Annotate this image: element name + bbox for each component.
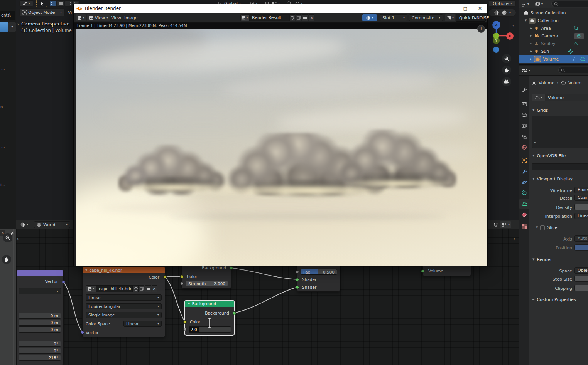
bg2-strength-edit-value[interactable]: 2.0 xyxy=(189,327,199,332)
outliner-row-area[interactable]: ► Area xyxy=(519,24,588,32)
corner-pan-button[interactable] xyxy=(2,255,11,264)
env-color-output-socket[interactable] xyxy=(163,275,167,279)
output-volume-input-socket[interactable] xyxy=(421,269,424,273)
tab-constraints[interactable] xyxy=(519,188,529,198)
image-fake-user-button[interactable] xyxy=(289,14,295,21)
disclosure-triangle-icon[interactable]: ▼ xyxy=(525,19,527,22)
disclosure-triangle-icon[interactable]: ► xyxy=(530,58,532,61)
tab-tool[interactable] xyxy=(519,85,529,95)
volume-datablock-field[interactable]: ▾ Volume xyxy=(532,94,588,101)
env-fake-user-button[interactable] xyxy=(133,285,139,292)
tab-object-data-volume[interactable] xyxy=(519,199,529,209)
bg2-strength-input-socket[interactable] xyxy=(183,328,187,331)
bg2-color-input-socket[interactable] xyxy=(183,320,187,324)
gizmo-extra-dot[interactable] xyxy=(493,47,499,53)
panel-header-openvdb[interactable]: ▼OpenVDB File xyxy=(532,153,566,158)
select-subtract-button[interactable] xyxy=(65,0,72,7)
modifier-wrench-icon[interactable] xyxy=(572,57,576,61)
world-datablock-selector[interactable]: World▾ xyxy=(34,221,70,228)
rendered-shading-icon[interactable] xyxy=(502,10,507,15)
panel-header-custom-properties[interactable]: ►Custom Properties xyxy=(532,297,576,302)
image-datablock-name[interactable]: Render Result xyxy=(249,14,289,21)
mapping-type-dropdown[interactable]: ▾ xyxy=(19,288,61,294)
object-mode-dropdown[interactable]: Object Mode▾ xyxy=(19,8,65,16)
env-unlink-button[interactable]: ✕ xyxy=(152,285,157,292)
outliner-search-field[interactable] xyxy=(551,1,588,7)
mapping-node[interactable]: Vector ▾ 0 m 0 m 0 m 0° 0° 218° xyxy=(16,270,64,365)
volume-data-icon[interactable] xyxy=(580,57,585,61)
viewport-zoom-button[interactable] xyxy=(502,54,511,63)
annotate-tool-button[interactable]: ▾ xyxy=(19,0,33,7)
chevron-down-icon[interactable]: ▾ xyxy=(509,11,511,14)
gizmo-y-axis[interactable] xyxy=(493,33,499,39)
env-source-dropdown[interactable]: Single Image▾ xyxy=(86,312,162,318)
outliner-row-camera[interactable]: ► Camera xyxy=(519,32,588,40)
env-projection-dropdown[interactable]: Equirectangular▾ xyxy=(86,303,162,309)
left-blue-button[interactable] xyxy=(0,22,8,32)
grids-list-box[interactable]: ► xyxy=(532,116,588,148)
mix-fac-input-socket[interactable] xyxy=(296,270,299,274)
tab-output[interactable] xyxy=(519,110,529,120)
camera-data-icon[interactable] xyxy=(576,34,582,38)
disclosure-triangle-icon[interactable]: ► xyxy=(530,42,532,45)
quick-dnoise-button[interactable]: Quick D-NOISE xyxy=(459,15,489,20)
mapping-location-z[interactable]: 0 m xyxy=(19,326,61,333)
disclosure-triangle-icon[interactable]: ► xyxy=(530,27,532,30)
pass-dropdown[interactable]: Composite▾ xyxy=(409,14,443,21)
editor-type-dropdown[interactable]: ▾ xyxy=(76,14,86,21)
mapping-node-header[interactable] xyxy=(17,270,63,276)
image-copy-button[interactable] xyxy=(296,14,301,21)
properties-icon-dropdown[interactable]: ▾ xyxy=(522,67,530,74)
render-slot-sphere-dropdown[interactable]: ▾ xyxy=(362,14,377,21)
node-snap-mode-dropdown[interactable]: ▾ xyxy=(500,221,511,228)
blender-render-window[interactable]: Blender Render – □ ✕ ▾ View ▾ View Image… xyxy=(73,4,488,266)
wireframe-dropdown[interactable]: Boxes xyxy=(574,187,588,193)
mapping-location-y[interactable]: 0 m xyxy=(19,320,61,326)
node-sidebar-left-arrow[interactable]: › xyxy=(17,236,19,242)
collapse-triangle-icon[interactable]: ▼ xyxy=(188,303,190,305)
image-datablock-browse[interactable]: ▾ xyxy=(240,14,249,21)
corner-zoom[interactable] xyxy=(3,233,12,242)
bg1-output-socket[interactable] xyxy=(230,266,233,270)
viewport-pan-button[interactable] xyxy=(502,66,511,75)
editor-mode-dropdown[interactable]: View ▾ xyxy=(87,14,110,21)
tab-world[interactable] xyxy=(519,142,529,152)
tab-modifiers[interactable] xyxy=(519,167,529,177)
outliner-type-dropdown[interactable]: ▾ xyxy=(521,1,529,7)
position-slider[interactable] xyxy=(574,244,588,251)
env-color-space-dropdown[interactable]: Linear▾ xyxy=(123,321,162,327)
bg1-color-input-socket[interactable] xyxy=(180,275,184,278)
outliner-row-smiley[interactable]: ► Smiley xyxy=(519,40,588,47)
maximize-button[interactable]: □ xyxy=(458,6,473,11)
display-channels-dropdown[interactable]: ▾ xyxy=(445,14,455,21)
panel-header-viewport-display[interactable]: ▼Viewport Display xyxy=(532,177,573,182)
material-preview-icon[interactable] xyxy=(494,10,499,15)
outliner-row-collection[interactable]: ▼ Collection xyxy=(519,17,588,24)
bg1-strength-input-socket[interactable] xyxy=(180,282,184,285)
outliner-row-volume[interactable]: ► Volume xyxy=(519,55,588,63)
mapping-rotation-z[interactable]: 218° xyxy=(19,355,61,361)
image-open-button[interactable] xyxy=(302,14,308,21)
panel-header-render[interactable]: ▼Render xyxy=(532,257,552,262)
panel-header-grids[interactable]: ▼Grids xyxy=(532,108,548,113)
path-field[interactable]: ents\ xyxy=(0,11,15,20)
step-size-slider[interactable] xyxy=(574,276,588,282)
bg1-strength-slider[interactable]: Strength2.000 xyxy=(186,281,228,286)
env-open-file-button[interactable] xyxy=(145,285,151,292)
mix-shader1-input-socket[interactable] xyxy=(296,278,299,281)
node-snap-magnet-toggle[interactable] xyxy=(493,222,498,227)
slice-checkbox[interactable] xyxy=(540,225,545,230)
slice-subpanel-header[interactable]: ▼ Slice xyxy=(536,225,557,230)
env-interpolation-dropdown[interactable]: Linear▾ xyxy=(86,294,162,301)
gizmo-z-axis[interactable]: Z xyxy=(492,21,500,29)
mapping-vector-output-socket[interactable] xyxy=(62,280,65,284)
mapping-location-x[interactable]: 0 m xyxy=(19,313,61,319)
bg2-output-socket[interactable] xyxy=(233,311,236,315)
tab-material[interactable] xyxy=(519,210,529,220)
space-dropdown[interactable]: Objec xyxy=(574,267,588,274)
density-slider[interactable] xyxy=(574,204,588,210)
env-vector-input-socket[interactable] xyxy=(81,331,84,334)
tab-render[interactable] xyxy=(519,99,529,109)
disclosure-triangle-icon[interactable]: ► xyxy=(530,50,532,53)
viewport-camera-button[interactable] xyxy=(502,77,511,86)
